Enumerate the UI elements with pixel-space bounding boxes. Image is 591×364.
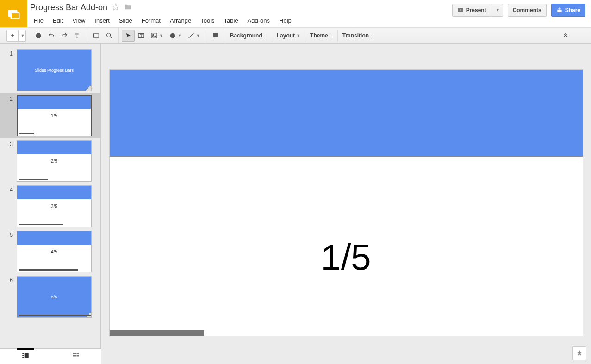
menu-tools[interactable]: Tools xyxy=(197,15,218,26)
comments-button[interactable]: Comments xyxy=(508,4,547,17)
slide-thumbnail[interactable]: 65/5 xyxy=(0,274,100,320)
menu-table[interactable]: Table xyxy=(220,15,242,26)
select-tool-icon[interactable] xyxy=(122,30,135,42)
menu-help[interactable]: Help xyxy=(275,15,295,26)
svg-rect-13 xyxy=(22,355,24,356)
menu-edit[interactable]: Edit xyxy=(49,15,67,26)
share-button[interactable]: Share xyxy=(551,4,585,17)
slide-thumbnail[interactable]: 32/5 xyxy=(0,138,100,184)
paint-format-icon[interactable] xyxy=(71,30,84,42)
thumb-progress xyxy=(19,133,34,134)
new-slide-button[interactable] xyxy=(6,30,19,42)
svg-point-7 xyxy=(107,33,111,37)
star-icon[interactable] xyxy=(112,3,119,12)
doc-title[interactable]: Progress Bar Add-on xyxy=(30,3,107,12)
svg-point-11 xyxy=(170,33,175,38)
canvas-area[interactable]: 1/5 xyxy=(101,44,591,364)
thumb-band xyxy=(17,141,91,154)
menu-format[interactable]: Format xyxy=(138,15,164,26)
thumb-number: 6 xyxy=(4,276,13,318)
undo-icon[interactable] xyxy=(45,30,58,42)
thumb-progress xyxy=(19,269,78,271)
thumb-preview: 3/5 xyxy=(17,185,92,227)
svg-rect-21 xyxy=(77,355,79,357)
slide-progress-bar xyxy=(110,330,204,336)
svg-marker-2 xyxy=(112,4,118,10)
shape-icon[interactable]: ▼ xyxy=(166,30,185,42)
filmstrip-view-icon[interactable] xyxy=(17,348,34,363)
share-label: Share xyxy=(565,7,580,13)
comment-icon[interactable] xyxy=(209,30,222,42)
menu-slide[interactable]: Slide xyxy=(115,15,136,26)
thumb-preview: 4/5 xyxy=(17,231,92,272)
thumb-preview: 2/5 xyxy=(17,140,92,182)
thumb-number: 3 xyxy=(4,140,13,182)
slide-blue-band xyxy=(110,70,583,157)
thumb-progress xyxy=(19,315,92,316)
thumb-text: 4/5 xyxy=(17,249,91,254)
collapse-toolbar-icon[interactable] xyxy=(562,33,569,40)
present-label: Present xyxy=(466,7,486,13)
thumb-preview: Slides Progress Bars xyxy=(17,49,92,91)
present-button-group: Present ▼ xyxy=(452,4,503,17)
thumb-progress xyxy=(19,179,48,180)
theme-button[interactable]: Theme... xyxy=(305,30,338,42)
folder-icon[interactable] xyxy=(124,3,132,12)
toolbar: ▼ ▼ ▼ ▼ Background... Layout▼ Theme... T… xyxy=(0,27,591,44)
zoom-fit-icon[interactable] xyxy=(90,30,103,42)
slide-thumbnail[interactable]: 1Slides Progress Bars xyxy=(0,48,100,93)
slide-thumbnail[interactable]: 21/5 xyxy=(0,93,100,138)
new-slide-dropdown[interactable]: ▼ xyxy=(19,30,26,42)
transition-button[interactable]: Transition... xyxy=(338,30,378,42)
grid-view-icon[interactable] xyxy=(67,350,85,363)
menu-file[interactable]: File xyxy=(30,15,47,26)
svg-rect-20 xyxy=(75,355,76,357)
main: 1Slides Progress Bars21/532/543/554/565/… xyxy=(0,44,591,364)
thumb-title-text: 5/5 xyxy=(17,277,91,317)
svg-rect-15 xyxy=(24,353,28,358)
thumb-progress xyxy=(19,224,63,225)
svg-rect-1 xyxy=(11,12,19,19)
menu-arrange[interactable]: Arrange xyxy=(166,15,195,26)
header: Progress Bar Add-on FileEditViewInsertSl… xyxy=(0,0,591,27)
image-icon[interactable]: ▼ xyxy=(148,30,166,42)
thumb-preview: 1/5 xyxy=(17,95,92,136)
thumb-text: 1/5 xyxy=(18,113,91,118)
line-icon[interactable]: ▼ xyxy=(185,30,203,42)
slide-thumbnail[interactable]: 43/5 xyxy=(0,184,100,229)
textbox-icon[interactable] xyxy=(135,30,148,42)
svg-rect-18 xyxy=(77,353,79,354)
thumb-band xyxy=(18,96,91,109)
thumb-number: 4 xyxy=(4,185,13,227)
thumb-number: 5 xyxy=(4,231,13,272)
comments-label: Comments xyxy=(513,7,541,13)
slide-thumbnail[interactable]: 54/5 xyxy=(0,229,100,274)
slides-logo[interactable] xyxy=(0,0,27,27)
thumb-number: 1 xyxy=(4,49,13,91)
thumb-title-text: Slides Progress Bars xyxy=(17,50,91,91)
slide-panel: 1Slides Progress Bars21/532/543/554/565/… xyxy=(0,44,101,364)
svg-rect-19 xyxy=(73,355,75,357)
svg-rect-17 xyxy=(75,353,76,354)
redo-icon[interactable] xyxy=(58,30,71,42)
thumb-text: 2/5 xyxy=(17,159,91,164)
zoom-icon[interactable] xyxy=(103,30,116,42)
thumb-preview: 5/5 xyxy=(17,276,92,318)
svg-rect-6 xyxy=(94,34,99,37)
svg-rect-14 xyxy=(22,357,24,358)
svg-rect-16 xyxy=(73,353,75,354)
background-button[interactable]: Background... xyxy=(225,30,272,42)
present-button[interactable]: Present xyxy=(452,4,491,17)
print-icon[interactable] xyxy=(32,30,45,42)
present-dropdown[interactable]: ▼ xyxy=(491,4,503,17)
menu-bar: FileEditViewInsertSlideFormatArrangeTool… xyxy=(30,15,452,26)
menu-view[interactable]: View xyxy=(68,15,89,26)
layout-button[interactable]: Layout▼ xyxy=(272,30,305,42)
svg-rect-9 xyxy=(151,33,157,38)
svg-rect-12 xyxy=(22,353,24,354)
slide-canvas[interactable]: 1/5 xyxy=(110,70,583,336)
menu-insert[interactable]: Insert xyxy=(91,15,113,26)
explore-button[interactable] xyxy=(572,346,586,360)
menu-add-ons[interactable]: Add-ons xyxy=(244,15,274,26)
thumb-band xyxy=(17,231,91,245)
